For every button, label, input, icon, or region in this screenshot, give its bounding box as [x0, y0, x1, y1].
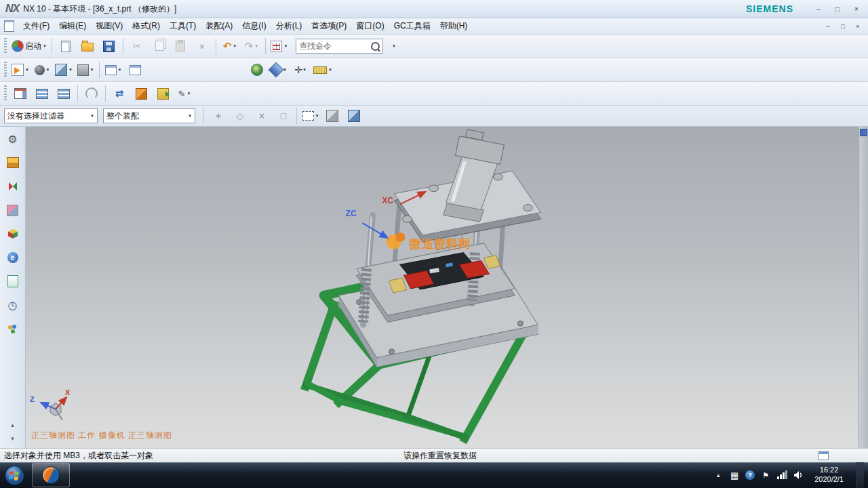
menu-item-assemblies[interactable]: 装配(A) [201, 19, 237, 33]
snap-endpoint-button[interactable]: + [207, 107, 229, 125]
start-button[interactable] [4, 465, 25, 486]
rectangle-select-button[interactable]: ▼ [300, 107, 321, 125]
sidebar-item-roles[interactable] [5, 322, 20, 336]
separator [52, 38, 52, 54]
move-component-button[interactable]: ⇄ [108, 85, 130, 103]
child-close-button[interactable]: × [850, 21, 865, 31]
clearance-icon [85, 87, 98, 100]
show-degrees-freedom-button[interactable] [53, 85, 75, 103]
tray-hidden-icons-button[interactable]: ▲ [713, 470, 724, 481]
true-shading-button[interactable] [246, 61, 268, 79]
fit-window-button[interactable]: ▼ [102, 61, 124, 79]
cut-button[interactable]: ✂ [126, 37, 148, 56]
menu-item-format[interactable]: 格式(R) [127, 19, 165, 33]
wave-geometry-button[interactable]: ✎ ▼ [174, 85, 195, 103]
sidebar-item-history[interactable]: ◷ [5, 298, 20, 312]
taskbar-clock[interactable]: 16:22 2020/2/1 [809, 466, 849, 485]
selection-filter-combo[interactable]: 没有选择过滤器 ▼ [4, 108, 98, 123]
show-hide-gem-icon [269, 62, 284, 78]
start-menu-button[interactable]: 启动 ▼ [9, 37, 49, 56]
sidebar-scroll-up[interactable]: ▲ [5, 418, 20, 432]
undo-button[interactable]: ↶ ▼ [219, 37, 241, 56]
search-options-button[interactable]: ▼ [383, 37, 405, 56]
delete-button[interactable]: × [191, 37, 213, 56]
menu-item-file[interactable]: 文件(F) [18, 19, 54, 33]
open-file-button[interactable] [77, 37, 98, 56]
child-restore-button[interactable]: □ [835, 21, 850, 31]
title-bar[interactable]: NX NX 10 - 基本环境 - [36_x_t.prt （修改的）] SIE… [0, 0, 868, 18]
find-component-button[interactable] [9, 85, 31, 103]
zoom-window-button[interactable] [124, 61, 146, 79]
sidebar-item-process-studio[interactable] [5, 274, 20, 288]
menu-item-tools[interactable]: 工具(T) [165, 19, 201, 33]
separator [77, 85, 78, 102]
window-layout-button[interactable]: ▼ [269, 37, 290, 56]
maximize-button[interactable]: □ [829, 3, 846, 15]
viewport-right-strip[interactable] [859, 127, 868, 448]
show-hide-button[interactable]: ▼ [268, 61, 290, 79]
panel-tab-icon[interactable] [860, 129, 867, 136]
nx-app-icon [42, 466, 60, 484]
sidebar-item-customize[interactable]: ⚙ [5, 132, 20, 146]
nx-window: NX NX 10 - 基本环境 - [36_x_t.prt （修改的）] SIE… [0, 0, 868, 462]
sidebar-item-internet-explorer[interactable]: e [5, 251, 20, 264]
snap-point-button[interactable]: ✛ ▼ [290, 61, 311, 79]
render-style-button[interactable]: ▼ [75, 61, 96, 79]
volume-icon[interactable] [793, 470, 804, 481]
part-navigator-icon [7, 205, 18, 216]
menu-item-information[interactable]: 信息(I) [237, 19, 271, 33]
close-button[interactable]: × [848, 3, 865, 15]
orient-view-button[interactable]: ▼ [9, 61, 31, 79]
snap-midpoint-button[interactable]: ◇ [229, 107, 250, 125]
show-desktop-button[interactable] [856, 462, 864, 488]
rotate-view-button[interactable]: ▼ [31, 61, 53, 79]
shaded-component-button[interactable] [343, 107, 365, 125]
window-status-icon[interactable] [818, 451, 829, 460]
sidebar-scroll-down[interactable]: ▼ [5, 432, 20, 445]
menu-item-preferences[interactable]: 首选项(P) [307, 19, 351, 33]
menu-item-view[interactable]: 视图(V) [91, 19, 127, 33]
network-icon[interactable] [776, 470, 787, 481]
graphics-viewport[interactable]: 微造资料网 XC ZC X Z [26, 127, 868, 448]
chevron-down-icon: ▼ [10, 436, 16, 442]
sidebar-item-assembly-navigator[interactable] [5, 156, 20, 169]
interference-button[interactable] [81, 85, 102, 103]
sidebar-item-reuse-library[interactable] [5, 227, 20, 241]
minimize-button[interactable]: – [810, 3, 827, 15]
menu-item-help[interactable]: 帮助(H) [435, 19, 473, 33]
copy-button[interactable] [148, 37, 170, 56]
selection-scope-combo[interactable]: 整个装配 ▼ [103, 108, 195, 123]
taskbar-app-nx[interactable] [32, 463, 70, 487]
view-triad[interactable]: X Z [30, 388, 71, 420]
snap-intersection-button[interactable]: × [250, 107, 272, 125]
snap-center-button[interactable]: □ [272, 107, 294, 125]
delete-icon: × [199, 41, 205, 52]
menu-item-gc-toolbox[interactable]: GC工具箱 [389, 19, 435, 33]
show-product-outline-button[interactable] [31, 85, 53, 103]
help-tray-icon[interactable]: ? [745, 470, 755, 480]
toolbar-grip[interactable] [4, 62, 7, 78]
sidebar-item-part-navigator[interactable] [5, 203, 20, 217]
cad-model[interactable]: 微造资料网 XC ZC X Z [26, 127, 868, 448]
highlight-component-button[interactable] [321, 107, 343, 125]
child-minimize-button[interactable]: – [821, 21, 835, 31]
add-component-button[interactable] [152, 85, 174, 103]
menu-item-window[interactable]: 窗口(O) [351, 19, 389, 33]
redo-icon: ↷ [245, 40, 254, 52]
assembly-constraints-button[interactable] [130, 85, 152, 103]
new-file-button[interactable] [55, 37, 77, 56]
touch-keyboard-icon[interactable]: ▦ [729, 470, 740, 481]
save-button[interactable] [98, 37, 120, 56]
menu-item-edit[interactable]: 编辑(E) [54, 19, 91, 33]
measure-button[interactable]: ▼ [311, 61, 334, 79]
sidebar-item-constraint-navigator[interactable] [5, 180, 20, 193]
view-toolbar: ▼ ▼ ▼ ▼ ▼ ▼ ✛ ▼ [0, 58, 868, 82]
command-search-input[interactable] [298, 40, 370, 52]
redo-button[interactable]: ↷ ▼ [241, 37, 262, 56]
toolbar-grip[interactable] [4, 38, 7, 54]
isometric-view-button[interactable]: ▼ [53, 61, 75, 79]
paste-button[interactable] [170, 37, 191, 56]
toolbar-grip[interactable] [4, 85, 7, 102]
menu-item-analysis[interactable]: 分析(L) [271, 19, 307, 33]
action-center-flag-icon[interactable]: ⚑ [760, 470, 771, 481]
